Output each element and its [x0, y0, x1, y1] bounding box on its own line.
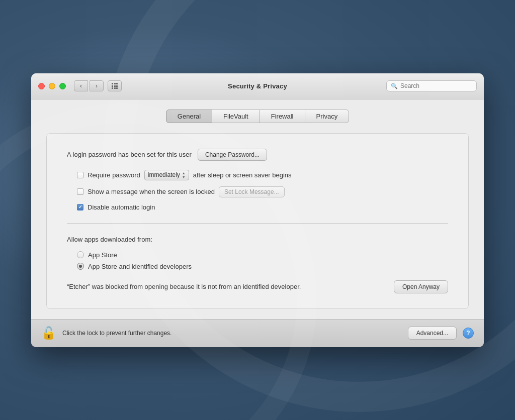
checkmark-icon: ✓ [78, 204, 82, 209]
search-input[interactable] [400, 82, 472, 89]
grid-icon [112, 83, 118, 89]
appstore-identified-radio-row: App Store and identified developers [77, 263, 448, 270]
window-title: Security & Privacy [228, 82, 287, 90]
lock-label: Click the lock to prevent further change… [62, 330, 402, 337]
downloads-section: Allow apps downloaded from: App Store Ap… [67, 236, 448, 293]
set-lock-message-button[interactable]: Set Lock Message... [219, 186, 285, 197]
forward-button[interactable]: › [90, 80, 104, 91]
appstore-label: App Store [88, 251, 117, 259]
require-password-checkbox[interactable] [77, 172, 83, 178]
tab-general[interactable]: General [166, 110, 212, 123]
blocked-text: “Etcher” was blocked from opening becaus… [67, 282, 384, 292]
back-button[interactable]: ‹ [74, 80, 88, 91]
settings-panel: A login password has been set for this u… [46, 133, 469, 309]
radio-selected-indicator [79, 265, 82, 268]
tab-firewall[interactable]: Firewall [260, 110, 305, 123]
dropdown-arrows-icon: ▲ ▼ [182, 171, 186, 179]
radio-options: App Store App Store and identified devel… [67, 251, 448, 270]
change-password-button[interactable]: Change Password... [198, 149, 267, 161]
require-password-row: Require password immediately ▲ ▼ after s… [77, 170, 448, 180]
titlebar: ‹ › Security & Privacy 🔍 [31, 73, 484, 99]
options-section: Require password immediately ▲ ▼ after s… [67, 170, 448, 211]
disable-login-row: ✓ Disable automatic login [77, 203, 448, 211]
show-message-label: Show a message when the screen is locked [88, 188, 215, 195]
after-sleep-label: after sleep or screen saver begins [193, 171, 292, 179]
content-area: General FileVault Firewall Privacy A log… [31, 99, 484, 319]
tab-privacy[interactable]: Privacy [305, 110, 350, 123]
appstore-radio[interactable] [77, 251, 84, 258]
disable-login-checkbox[interactable]: ✓ [77, 204, 83, 211]
require-password-label: Require password [88, 171, 140, 179]
password-row: A login password has been set for this u… [67, 149, 448, 161]
show-message-checkbox[interactable] [77, 188, 83, 195]
minimize-button[interactable] [49, 83, 55, 89]
disable-login-label: Disable automatic login [88, 203, 155, 211]
lock-icon[interactable]: 🔓 [41, 326, 56, 340]
search-icon: 🔍 [391, 83, 398, 89]
blocked-app-section: “Etcher” was blocked from opening becaus… [67, 280, 448, 293]
advanced-button[interactable]: Advanced... [408, 327, 457, 340]
immediately-dropdown[interactable]: immediately ▲ ▼ [144, 170, 189, 180]
tab-filevault[interactable]: FileVault [212, 110, 260, 123]
maximize-button[interactable] [59, 83, 66, 89]
bottom-bar: 🔓 Click the lock to prevent further chan… [31, 319, 484, 347]
appstore-identified-radio[interactable] [77, 263, 84, 270]
help-button[interactable]: ? [463, 328, 474, 339]
appstore-radio-row: App Store [77, 251, 448, 259]
close-button[interactable] [38, 83, 45, 89]
section-divider [67, 223, 448, 224]
traffic-lights [38, 83, 66, 89]
nav-buttons: ‹ › [74, 80, 104, 91]
open-anyway-button[interactable]: Open Anyway [394, 280, 448, 293]
search-bar[interactable]: 🔍 [386, 80, 477, 91]
main-window: ‹ › Security & Privacy 🔍 General FileVau… [31, 73, 484, 347]
grid-button[interactable] [108, 80, 122, 91]
password-label: A login password has been set for this u… [67, 151, 192, 158]
show-message-row: Show a message when the screen is locked… [77, 186, 448, 197]
appstore-identified-label: App Store and identified developers [88, 263, 192, 270]
allow-apps-label: Allow apps downloaded from: [67, 236, 448, 243]
tab-bar: General FileVault Firewall Privacy [46, 110, 469, 123]
immediately-value: immediately [148, 171, 180, 178]
